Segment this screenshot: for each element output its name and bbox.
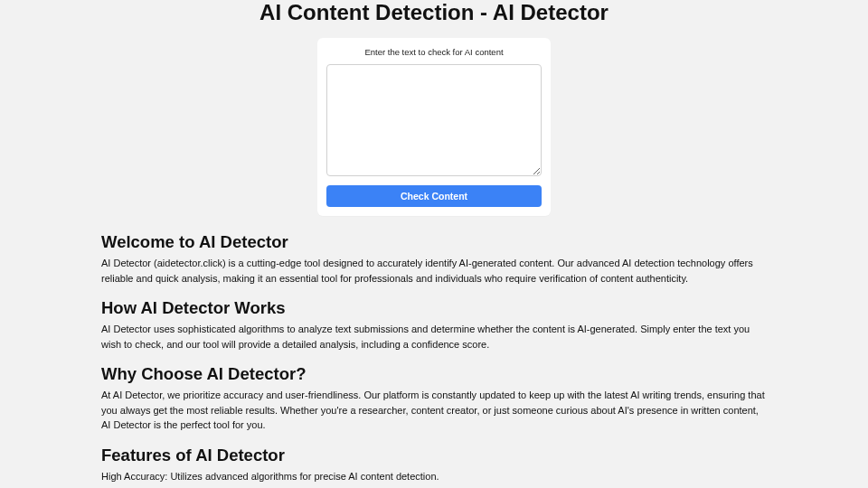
content-textarea[interactable]	[326, 64, 542, 176]
section-heading-welcome: Welcome to AI Detector	[101, 232, 767, 252]
input-card: Enter the text to check for AI content C…	[317, 38, 551, 216]
content-area: Welcome to AI Detector AI Detector (aide…	[18, 232, 850, 488]
section-heading-why: Why Choose AI Detector?	[101, 364, 767, 384]
section-body-welcome: AI Detector (aidetector.click) is a cutt…	[101, 256, 767, 286]
feature-line-1: High Accuracy: Utilizes advanced algorit…	[101, 469, 767, 484]
section-heading-features: Features of AI Detector	[101, 446, 767, 465]
section-body-how: AI Detector uses sophisticated algorithm…	[101, 322, 767, 352]
page-title: AI Content Detection - AI Detector	[18, 0, 850, 25]
section-body-why: At AI Detector, we prioritize accuracy a…	[101, 388, 767, 433]
section-heading-how: How AI Detector Works	[101, 298, 767, 318]
check-content-button[interactable]: Check Content	[326, 185, 542, 207]
input-label: Enter the text to check for AI content	[326, 47, 542, 57]
